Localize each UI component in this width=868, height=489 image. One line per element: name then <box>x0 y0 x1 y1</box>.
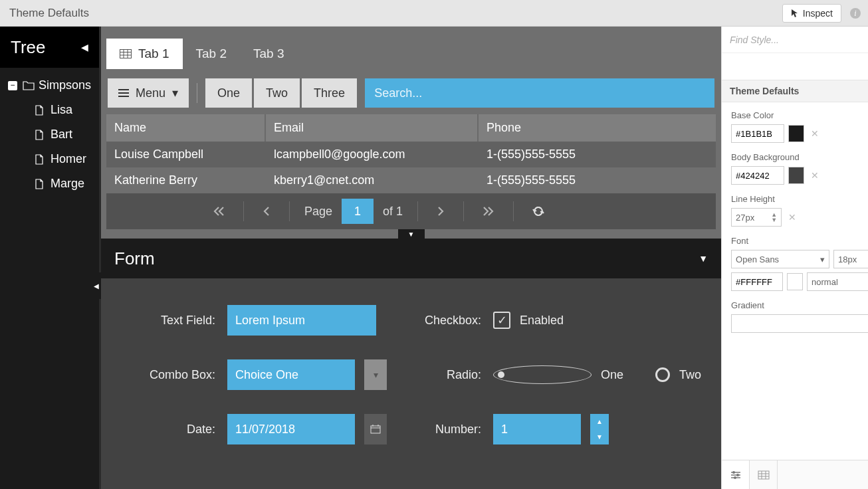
font-color-swatch[interactable] <box>787 273 803 290</box>
date-label: Date: <box>121 423 227 437</box>
date-input[interactable] <box>227 414 355 444</box>
radio-two[interactable] <box>655 367 670 382</box>
tree-item-lisa[interactable]: Lisa <box>0 98 99 122</box>
tree-panel-header[interactable]: Tree ◀ <box>0 27 99 68</box>
font-size-input[interactable]: 18px ▲ ▼ <box>833 250 868 268</box>
splitter-handle[interactable]: ◀ <box>92 272 101 299</box>
theme-inspector-panel: − + Theme Defaults ▲ Base Color ✕ Body B… <box>721 27 868 489</box>
font-weight-select[interactable]: normal ▾ <box>807 272 868 291</box>
file-icon <box>35 154 44 165</box>
tabs-bar: Tab 1 Tab 2 Tab 3 <box>101 27 721 72</box>
gradient-select[interactable]: ▾ <box>731 314 868 333</box>
base-color-swatch[interactable] <box>788 125 804 142</box>
calendar-icon[interactable] <box>364 414 387 444</box>
checkbox-value-label: Enabled <box>520 314 564 328</box>
body-bg-label: Body Background <box>731 152 868 162</box>
font-color-input[interactable] <box>731 272 783 291</box>
tab-label: Tab 1 <box>138 47 169 61</box>
tree-root-node[interactable]: − Simpsons <box>0 73 99 98</box>
col-email[interactable]: Email <box>266 114 479 142</box>
collapse-toggle-icon[interactable]: − <box>8 81 17 90</box>
combobox-trigger[interactable]: ▾ <box>364 359 387 390</box>
font-weight-value: normal <box>812 277 838 287</box>
info-icon[interactable]: i <box>849 7 861 19</box>
caret-down-icon: ▾ <box>820 254 825 264</box>
tab-label: Tab 3 <box>253 47 284 61</box>
separator <box>243 201 244 221</box>
chevron-down-icon: ▼ <box>699 253 708 264</box>
combobox-input[interactable] <box>227 359 355 390</box>
tree-item-label: Lisa <box>51 103 72 117</box>
paging-toolbar: Page of 1 <box>106 193 716 229</box>
inspect-label: Inspect <box>803 8 833 19</box>
find-style-input[interactable] <box>730 35 868 45</box>
refresh-button[interactable] <box>528 201 548 221</box>
inspect-button[interactable]: Inspect <box>782 4 841 23</box>
clear-icon[interactable]: ✕ <box>788 212 796 223</box>
spinner-down-icon[interactable]: ▼ <box>771 217 777 223</box>
checkbox-input[interactable] <box>493 312 510 329</box>
segment-one[interactable]: One <box>205 78 252 108</box>
tab-3[interactable]: Tab 3 <box>240 39 297 69</box>
tree-item-marge[interactable]: Marge <box>0 171 99 196</box>
tree-item-label: Marge <box>51 177 84 191</box>
spinner-up-icon[interactable]: ▲ <box>590 414 609 429</box>
tab-1[interactable]: Tab 1 <box>106 39 182 69</box>
base-color-input[interactable] <box>731 124 784 143</box>
combobox-label: Combo Box: <box>121 368 227 382</box>
font-family-select[interactable]: Open Sans ▾ <box>731 250 829 268</box>
theme-section-header[interactable]: Theme Defaults ▲ <box>722 80 868 102</box>
checkbox-label: Checkbox: <box>387 314 493 328</box>
file-icon <box>35 130 44 140</box>
segment-two[interactable]: Two <box>254 78 300 108</box>
left-sidebar: Tree ◀ − Simpsons Lisa Bart Homer <box>0 27 101 489</box>
page-input[interactable] <box>342 199 374 224</box>
first-page-button[interactable] <box>209 202 229 221</box>
gradient-label: Gradient <box>731 300 868 310</box>
tree-item-homer[interactable]: Homer <box>0 147 99 171</box>
font-label: Font <box>731 236 868 246</box>
search-input[interactable] <box>365 78 714 108</box>
clear-icon[interactable]: ✕ <box>811 128 819 139</box>
table-row[interactable]: Katherine Berry kberry1@cnet.com 1-(555)… <box>106 167 716 193</box>
page-label: Page <box>304 205 332 219</box>
body-bg-swatch[interactable] <box>788 167 804 184</box>
clear-icon[interactable]: ✕ <box>811 170 819 181</box>
number-label: Number: <box>387 423 493 437</box>
tree-item-bart[interactable]: Bart <box>0 122 99 147</box>
segment-three[interactable]: Three <box>302 78 357 108</box>
font-family-value: Open Sans <box>736 254 779 264</box>
panel-collapse-handle[interactable]: ▼ <box>398 229 425 239</box>
form-header[interactable]: Form ▼ <box>101 239 721 278</box>
tab-2[interactable]: Tab 2 <box>183 39 240 69</box>
line-height-input[interactable]: 27px ▲ ▼ <box>731 208 782 227</box>
number-input[interactable] <box>493 414 581 444</box>
body-bg-input[interactable] <box>731 166 784 185</box>
last-page-button[interactable] <box>479 202 498 221</box>
col-name[interactable]: Name <box>106 114 266 142</box>
cursor-icon <box>791 9 799 18</box>
svg-point-21 <box>734 476 736 479</box>
hamburger-icon <box>118 89 129 97</box>
table-row[interactable]: Louise Campbell lcampbell0@google.com 1-… <box>106 142 716 167</box>
properties-view-button[interactable] <box>722 460 750 489</box>
font-size-value: 18px <box>838 254 857 264</box>
toolbar: Menu ▾ One Two Three <box>101 72 721 114</box>
cell-phone: 1-(555)555-5555 <box>479 142 716 167</box>
textfield-input[interactable] <box>227 305 376 336</box>
number-spinner[interactable]: ▲ ▼ <box>590 414 609 444</box>
next-page-button[interactable] <box>433 202 449 221</box>
prev-page-button[interactable] <box>259 202 274 221</box>
separator <box>289 201 290 221</box>
spinner-down-icon[interactable]: ▼ <box>590 429 609 444</box>
grid-view-button[interactable] <box>750 460 778 489</box>
main-area: ◀ Tab 1 Tab 2 Tab 3 Menu ▾ <box>101 27 721 489</box>
theme-section-title: Theme Defaults <box>730 86 799 96</box>
folder-icon <box>23 81 33 90</box>
menu-button[interactable]: Menu ▾ <box>108 78 189 108</box>
toolbar-separator <box>197 83 197 103</box>
cell-name: Louise Campbell <box>106 142 266 167</box>
col-phone[interactable]: Phone <box>479 114 716 142</box>
radio-one[interactable] <box>493 365 592 384</box>
chevron-left-icon: ◀ <box>81 42 88 52</box>
